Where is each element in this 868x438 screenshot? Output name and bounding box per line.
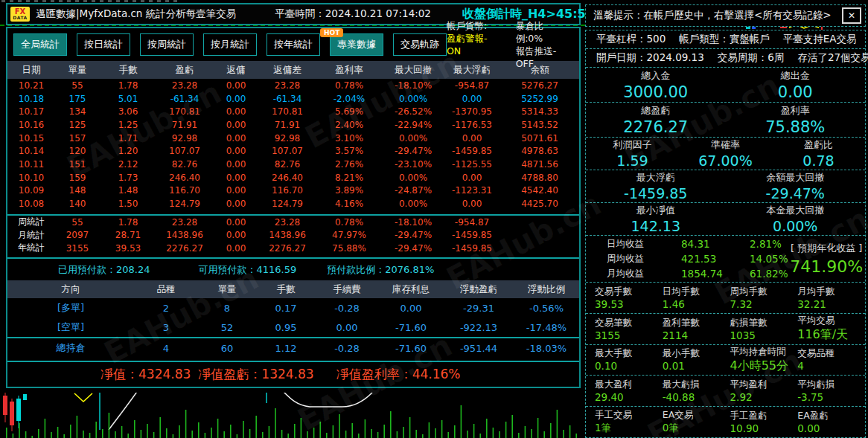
table-cell: 0.78%: [316, 80, 383, 91]
volume-bar: [454, 425, 456, 438]
table-cell: 1438.96: [259, 230, 316, 240]
table-cell: 2276.27: [259, 243, 316, 254]
stat-cell: 本金最大回撤0.00%: [726, 204, 866, 234]
table-cell: 1.71: [100, 133, 156, 144]
volume-bar: [57, 427, 59, 438]
table-cell: 10.21: [7, 80, 55, 91]
volume-bar: [403, 427, 404, 438]
stat-cell: 總出金0.00: [726, 69, 866, 101]
volume-bar: [191, 431, 193, 438]
table-cell: 4: [134, 343, 198, 354]
stat-cell: 最大盈利29.40: [595, 379, 663, 403]
table-cell: 0.00: [444, 94, 500, 104]
tab-button[interactable]: 全局統計: [13, 33, 67, 56]
main-table-body: 10.21551.7823.280.0023.280.78%-18.10%-95…: [7, 79, 579, 210]
table-cell: 10.09: [7, 185, 55, 196]
table-cell: 0.00: [213, 146, 259, 156]
table-cell: -0.28: [316, 343, 378, 354]
tab-button[interactable]: 按月統計: [203, 33, 257, 56]
table-cell: 0.00%: [383, 133, 444, 144]
table-row[interactable]: 10.151571.7192.980.0092.983.10%0.00%0.00…: [7, 132, 579, 145]
volume-bar: [89, 433, 91, 438]
position-row[interactable]: [多單]280.17-0.280.00-29.31-0.56%: [7, 298, 579, 318]
table-row[interactable]: 10.21551.7823.280.0023.280.78%-18.10%-95…: [7, 79, 579, 92]
stat-value: -3.75: [797, 391, 865, 403]
table-cell: 246.40: [259, 173, 316, 183]
volume-bar: [441, 420, 443, 438]
stat-value: 0.01: [663, 360, 730, 372]
table-cell: 年統計: [7, 242, 55, 254]
position-row[interactable]: [空單]3520.950.00-71.60-922.13-17.48%: [7, 318, 579, 337]
stat-value: 4小時55分: [730, 358, 798, 374]
right-grid: 交易手數39.53日均手數1.46周均手數7.32月均手數32.21交易筆數31…: [586, 283, 865, 437]
table-row[interactable]: 10.171343.06170.810.00170.815.69%-26.52%…: [7, 105, 579, 118]
table-row[interactable]: 10.101591.73246.400.00246.408.21%0.00%0.…: [7, 171, 579, 184]
close-icon: ✕: [848, 10, 855, 21]
column-header: 浮動比例: [514, 283, 579, 296]
volume-bar: [351, 423, 353, 438]
tabs-row: 全局統計按日統計按周統計按月統計按年統計專業數據交易軌跡 HOT 帳戶貨幣: 盈…: [7, 28, 579, 61]
table-cell: [多單]: [7, 301, 134, 315]
table-cell: 0.00: [378, 303, 444, 314]
stat-cell: 平均交易116筆/天: [797, 315, 865, 343]
tab-button[interactable]: 交易軌跡: [393, 33, 447, 56]
alarm-status[interactable]: 盈虧警報-ON: [447, 32, 498, 57]
trade-period: 交易周期：6周: [718, 51, 785, 65]
stat-cell: 虧損筆數1035: [730, 315, 798, 343]
table-cell: 0.00: [316, 322, 378, 333]
stat-value: 1筆: [595, 422, 663, 435]
table-cell: 55: [55, 217, 100, 228]
stat-row: 利潤因子1.59準確率67.00%盈虧比0.78: [586, 138, 865, 170]
report-push-status[interactable]: 報告推送-OFF: [516, 45, 570, 70]
tab-button[interactable]: 按周統計: [140, 33, 194, 56]
volume-bar: [237, 434, 238, 438]
table-row[interactable]: 10.091481.48116.700.00116.703.89%-24.87%…: [7, 184, 579, 198]
summary-row[interactable]: 月統計209728.711438.960.001438.9647.97%-29.…: [7, 228, 579, 242]
stat-label: 余額最大回撤: [726, 171, 866, 184]
tab-button[interactable]: 按年統計: [267, 33, 320, 56]
table-cell: 157: [55, 133, 100, 144]
table-cell: 1.25: [100, 120, 156, 130]
account-type: 帳戶類型：實盤帳戶: [679, 33, 770, 46]
table-row[interactable]: 10.181755.01-61.340.00-61.34-2.04%0.00%0…: [7, 92, 579, 106]
table-row[interactable]: 10.081401.50124.790.00124.794.16%0.00%0.…: [7, 197, 579, 210]
tab-button[interactable]: 按日統計: [77, 33, 130, 56]
table-row[interactable]: 10.111512.1282.760.0082.762.76%-23.10%-1…: [7, 158, 579, 171]
volume-bar: [77, 416, 78, 438]
table-cell: 5276.27: [500, 80, 579, 91]
table-cell: 10.16: [7, 120, 55, 130]
table-cell: 10.11: [7, 159, 55, 170]
stat-grid-row: 交易筆數3155盈利筆數2114虧損筆數1035平均交易116筆/天: [586, 314, 865, 345]
summary-row[interactable]: 年統計315539.532276.270.002276.2775.88%-29.…: [7, 242, 579, 255]
summary-row[interactable]: 周統計551.7823.280.0023.280.78%-18.10%-954.…: [7, 216, 579, 229]
stat-cell: 最小凈值142.13: [586, 204, 726, 234]
stat-value: 0.10: [595, 360, 663, 372]
stat-label: 平均虧損: [797, 379, 865, 391]
table-cell: 總持倉: [7, 341, 134, 355]
table-cell: 2276.27: [156, 243, 213, 254]
stat-value: 0筆: [663, 422, 730, 435]
table-cell: 1.20: [100, 146, 156, 156]
stat-label: 最大浮虧: [586, 171, 726, 184]
table-row[interactable]: 10.141201.20107.070.00107.073.57%-29.47%…: [7, 144, 579, 158]
table-cell: 10.15: [7, 133, 55, 144]
volume-bar: [38, 429, 39, 438]
account-info: 帳戶貨幣: 盈虧警報-ON 暴倉比例:0% 報告推送-OFF: [447, 19, 570, 70]
used-margin: 已用預付款：208.24: [58, 263, 150, 277]
close-button[interactable]: ✕: [842, 7, 861, 24]
stat-value: 39.53: [595, 298, 663, 310]
stat-label: 平均盈利: [730, 379, 798, 391]
table-cell: -922.13: [444, 322, 514, 333]
table-row[interactable]: 10.161251.2571.910.0071.912.40%-22.94%-1…: [7, 118, 579, 132]
stat-value: 67.00%: [679, 152, 772, 169]
table-cell: 10.17: [7, 106, 55, 117]
stat-value: 7.32: [730, 298, 798, 310]
volume-bar: [409, 417, 411, 438]
chart-top-remnant: [1, 0, 180, 2]
table-cell: -1459.85: [444, 146, 500, 156]
table-cell: -26.52%: [383, 106, 444, 117]
annual-return-block: [ 預期年化收益 ] 741.90%: [788, 242, 865, 276]
daily-return-row: 日均收益 84.31 2.81%: [586, 237, 788, 251]
stat-grid-row: 交易手數39.53日均手數1.46周均手數7.32月均手數32.21: [586, 283, 865, 314]
stat-cell: 月均手數32.21: [797, 286, 865, 310]
